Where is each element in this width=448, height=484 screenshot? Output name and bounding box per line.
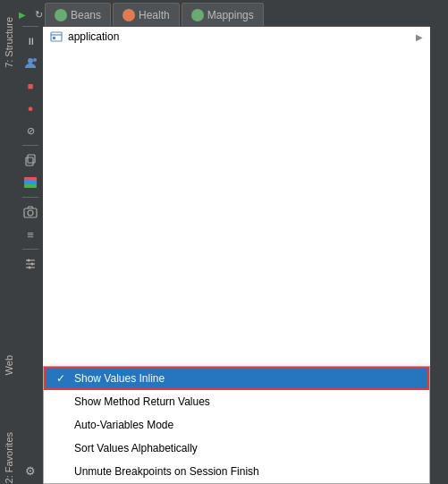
people-button[interactable]	[21, 54, 40, 73]
layers-button[interactable]: ≡	[21, 225, 40, 244]
svg-rect-17	[53, 37, 55, 39]
sliders-button[interactable]	[21, 254, 40, 274]
dropdown-item-unmute-breakpoints[interactable]: Unmute Breakpoints on Session Finish	[44, 460, 429, 483]
play-button[interactable]: ▶	[15, 7, 30, 21]
svg-rect-4	[24, 184, 37, 188]
panel-area: Beans Health Mappings	[43, 0, 430, 484]
beans-tab-label: Beans	[71, 9, 101, 21]
pause-button[interactable]: ⏸	[21, 31, 40, 51]
application-label: application	[68, 30, 119, 43]
svg-point-8	[28, 210, 33, 216]
gear-button[interactable]: ⚙	[21, 461, 40, 480]
tree-expand-arrow[interactable]: ▶	[416, 32, 423, 42]
top-section: ▶ ↻ ⏸ ■ ● ⊘	[18, 0, 430, 484]
svg-point-14	[29, 267, 31, 269]
web-label: Web	[4, 355, 14, 375]
dropdown-item-show-values-inline[interactable]: ✓ Show Values Inline	[44, 367, 429, 390]
dropdown-item-sort-values-alphabetically[interactable]: Sort Values Alphabetically	[44, 437, 429, 460]
sort-values-alphabetically-label: Sort Values Alphabetically	[74, 442, 198, 454]
far-left-sidebar: 7: Structure Web 2: Favorites	[0, 0, 18, 484]
check-icon: ✓	[55, 372, 67, 385]
health-tab-icon	[123, 9, 135, 21]
separator-4	[22, 249, 38, 250]
middle-section: ▶ ↻ ⏸ ■ ● ⊘	[18, 0, 430, 484]
mappings-tab-label: Mappings	[207, 9, 254, 21]
show-method-return-values-label: Show Method Return Values	[74, 395, 210, 408]
panel-content: application ▶ ✓ Show Values Inline Show …	[43, 27, 430, 484]
health-tab-label: Health	[139, 9, 170, 21]
svg-point-0	[28, 58, 33, 64]
camera-button[interactable]	[21, 202, 40, 222]
colorpicker-button[interactable]	[21, 173, 40, 192]
separator-2	[22, 145, 38, 146]
tab-mappings[interactable]: Mappings	[182, 3, 264, 26]
dropdown-item-auto-variables-mode[interactable]: Auto-Variables Mode	[44, 413, 429, 437]
svg-rect-3	[28, 155, 35, 163]
favorites-label: 2: Favorites	[4, 432, 14, 483]
auto-variables-mode-label: Auto-Variables Mode	[74, 419, 173, 431]
tabs-bar: Beans Health Mappings	[43, 0, 430, 27]
stop-button[interactable]: ■	[21, 76, 40, 96]
svg-point-13	[31, 263, 34, 266]
unmute-breakpoints-label: Unmute Breakpoints on Session Finish	[74, 465, 259, 478]
svg-rect-6	[24, 177, 37, 181]
icons-column: ▶ ↻ ⏸ ■ ● ⊘	[18, 0, 43, 484]
circle-button[interactable]: ●	[21, 98, 40, 118]
separator-3	[22, 197, 38, 198]
svg-point-1	[33, 58, 37, 62]
right-edge	[430, 0, 448, 484]
svg-rect-2	[26, 157, 33, 166]
tab-beans[interactable]: Beans	[45, 3, 111, 26]
dropdown-menu: ✓ Show Values Inline Show Method Return …	[43, 366, 430, 484]
web-label-icon: Web	[1, 357, 17, 373]
separator-1	[22, 26, 38, 27]
svg-point-12	[28, 259, 30, 262]
svg-rect-15	[51, 32, 62, 41]
structure-label: 7: Structure	[4, 17, 14, 68]
beans-tab-icon	[55, 9, 67, 21]
tab-health[interactable]: Health	[113, 3, 180, 26]
slash-button[interactable]: ⊘	[21, 121, 40, 140]
copy-button[interactable]	[21, 150, 40, 170]
favorites-label-icon: 2: Favorites	[1, 450, 17, 466]
tree-item-application[interactable]: application ▶	[43, 27, 430, 47]
main-window: 7: Structure Web 2: Favorites ▶ ↻ ⏸	[0, 0, 448, 484]
application-icon	[50, 30, 63, 43]
svg-rect-5	[24, 181, 37, 184]
dropdown-item-show-method-return-values[interactable]: Show Method Return Values	[44, 390, 429, 413]
show-values-inline-label: Show Values Inline	[74, 372, 165, 385]
structure-label-icon: 7: Structure	[1, 34, 17, 50]
mappings-tab-icon	[191, 9, 204, 21]
